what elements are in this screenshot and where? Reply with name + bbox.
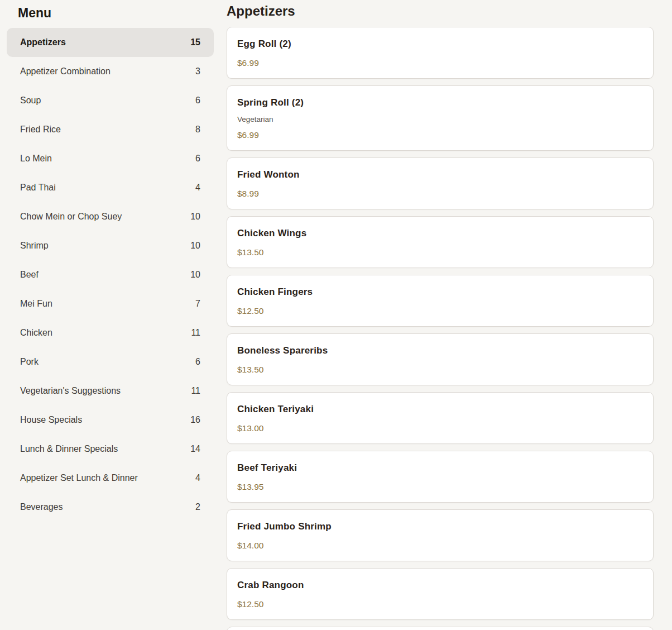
menu-item-list: Egg Roll (2)$6.99Spring Roll (2)Vegetari… xyxy=(227,27,654,630)
sidebar-item-chicken[interactable]: Chicken11 xyxy=(7,318,214,347)
menu-item-price: $13.50 xyxy=(237,364,642,375)
sidebar-item-pork[interactable]: Pork6 xyxy=(7,347,214,376)
sidebar-item-label: Shrimp xyxy=(20,241,49,251)
sidebar-item-count: 14 xyxy=(190,444,200,454)
sidebar-item-label: Vegetarian's Suggestions xyxy=(20,386,121,396)
menu-item-name: Fried Wonton xyxy=(237,169,642,181)
menu-item-name: Boneless Spareribs xyxy=(237,345,642,357)
sidebar-item-count: 11 xyxy=(191,328,200,338)
sidebar-item-label: Chow Mein or Chop Suey xyxy=(20,212,122,222)
menu-item-name: Spring Roll (2) xyxy=(237,97,642,109)
menu-item-price: $12.50 xyxy=(237,599,642,609)
sidebar-item-label: Fried Rice xyxy=(20,125,61,135)
sidebar-item-count: 4 xyxy=(195,183,200,193)
sidebar-item-label: Soup xyxy=(20,96,41,106)
menu-item-price: $14.00 xyxy=(237,540,642,551)
menu-item-name: Fried Jumbo Shrimp xyxy=(237,521,642,533)
menu-item-card[interactable]: Beef Teriyaki$13.95 xyxy=(227,451,654,503)
sidebar-item-count: 4 xyxy=(195,473,200,483)
menu-item-name: Egg Roll (2) xyxy=(237,38,642,50)
sidebar-item-count: 10 xyxy=(190,270,200,280)
sidebar-item-count: 11 xyxy=(191,386,200,396)
sidebar-item-label: Pad Thai xyxy=(20,183,56,193)
sidebar-item-label: Beverages xyxy=(20,502,63,512)
menu-item-card[interactable]: Peking Ravioli xyxy=(227,627,654,630)
sidebar-item-count: 3 xyxy=(195,66,200,77)
sidebar-item-vegetarian-s-suggestions[interactable]: Vegetarian's Suggestions11 xyxy=(7,376,214,405)
sidebar-item-count: 6 xyxy=(195,96,200,106)
sidebar-item-label: House Specials xyxy=(20,415,82,425)
menu-item-card[interactable]: Egg Roll (2)$6.99 xyxy=(227,27,654,79)
page-title: Appetizers xyxy=(227,3,654,20)
sidebar-item-count: 10 xyxy=(190,241,200,251)
main-content: Appetizers Egg Roll (2)$6.99Spring Roll … xyxy=(220,0,672,630)
sidebar-item-label: Pork xyxy=(20,357,39,367)
menu-item-card[interactable]: Chicken Teriyaki$13.00 xyxy=(227,392,654,444)
menu-item-card[interactable]: Chicken Fingers$12.50 xyxy=(227,275,654,327)
menu-item-card[interactable]: Chicken Wings$13.50 xyxy=(227,216,654,268)
sidebar-item-label: Lunch & Dinner Specials xyxy=(20,444,118,454)
sidebar-item-appetizers[interactable]: Appetizers15 xyxy=(7,28,214,57)
sidebar-item-label: Appetizers xyxy=(20,37,66,47)
sidebar-item-beef[interactable]: Beef10 xyxy=(7,260,214,289)
sidebar-item-label: Appetizer Set Lunch & Dinner xyxy=(20,473,138,483)
sidebar-item-count: 2 xyxy=(195,502,200,512)
sidebar-item-chow-mein-or-chop-suey[interactable]: Chow Mein or Chop Suey10 xyxy=(7,202,214,231)
sidebar-item-pad-thai[interactable]: Pad Thai4 xyxy=(7,173,214,202)
menu-item-name: Beef Teriyaki xyxy=(237,462,642,474)
sidebar-item-lunch-dinner-specials[interactable]: Lunch & Dinner Specials14 xyxy=(7,435,214,464)
menu-item-card[interactable]: Fried Jumbo Shrimp$14.00 xyxy=(227,509,654,561)
sidebar-item-label: Chicken xyxy=(20,328,52,338)
sidebar-item-label: Lo Mein xyxy=(20,154,52,164)
menu-item-price: $13.50 xyxy=(237,247,642,257)
sidebar-item-count: 15 xyxy=(190,37,200,47)
sidebar-item-count: 6 xyxy=(195,357,200,367)
sidebar-item-beverages[interactable]: Beverages2 xyxy=(7,493,214,522)
sidebar-item-appetizer-set-lunch-dinner[interactable]: Appetizer Set Lunch & Dinner4 xyxy=(7,464,214,493)
sidebar-item-count: 6 xyxy=(195,154,200,164)
sidebar-item-count: 7 xyxy=(195,299,200,309)
sidebar-item-fried-rice[interactable]: Fried Rice8 xyxy=(7,115,214,144)
sidebar-item-count: 16 xyxy=(190,415,200,425)
sidebar-item-count: 8 xyxy=(195,125,200,135)
sidebar-item-appetizer-combination[interactable]: Appetizer Combination3 xyxy=(7,57,214,86)
menu-item-name: Chicken Wings xyxy=(237,227,642,240)
menu-item-price: $6.99 xyxy=(237,130,642,140)
menu-item-card[interactable]: Crab Rangoon$12.50 xyxy=(227,568,654,620)
menu-item-price: $12.50 xyxy=(237,306,642,316)
sidebar-item-lo-mein[interactable]: Lo Mein6 xyxy=(7,144,214,173)
menu-item-price: $6.99 xyxy=(237,58,642,68)
menu-item-name: Crab Rangoon xyxy=(237,579,642,591)
sidebar-title: Menu xyxy=(18,6,220,20)
menu-item-card[interactable]: Spring Roll (2)Vegetarian$6.99 xyxy=(227,85,654,151)
sidebar-item-house-specials[interactable]: House Specials16 xyxy=(7,405,214,435)
sidebar: Menu Appetizers15Appetizer Combination3S… xyxy=(0,0,220,630)
category-list: Appetizers15Appetizer Combination3Soup6F… xyxy=(0,28,220,522)
sidebar-item-label: Beef xyxy=(20,270,39,280)
menu-item-price: $13.95 xyxy=(237,481,642,492)
sidebar-item-shrimp[interactable]: Shrimp10 xyxy=(7,231,214,260)
menu-item-name: Chicken Teriyaki xyxy=(237,403,642,416)
menu-item-card[interactable]: Fried Wonton$8.99 xyxy=(227,157,654,209)
sidebar-item-label: Mei Fun xyxy=(20,299,52,309)
sidebar-item-count: 10 xyxy=(190,212,200,222)
menu-item-tag: Vegetarian xyxy=(237,114,642,124)
sidebar-item-label: Appetizer Combination xyxy=(20,66,111,77)
menu-item-price: $8.99 xyxy=(237,188,642,199)
menu-item-name: Chicken Fingers xyxy=(237,286,642,298)
menu-item-card[interactable]: Boneless Spareribs$13.50 xyxy=(227,333,654,385)
menu-app: Menu Appetizers15Appetizer Combination3S… xyxy=(0,0,672,630)
sidebar-item-mei-fun[interactable]: Mei Fun7 xyxy=(7,289,214,318)
menu-item-price: $13.00 xyxy=(237,423,642,433)
sidebar-item-soup[interactable]: Soup6 xyxy=(7,86,214,115)
